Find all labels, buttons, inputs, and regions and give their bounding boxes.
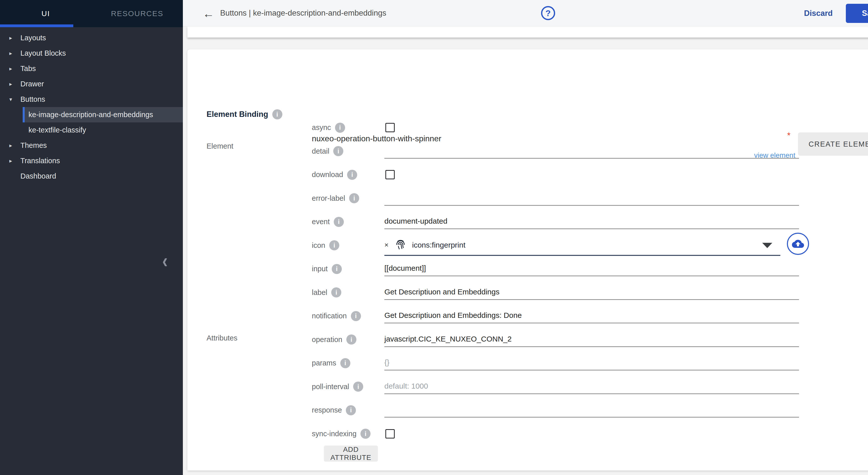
event-input[interactable]: document-updated <box>384 215 799 229</box>
sidebar-collapse-button[interactable]: ‹ <box>155 251 175 271</box>
field-value: [[document]] <box>384 264 426 273</box>
sidebar-item-drawer[interactable]: ▸Drawer <box>0 76 183 92</box>
field-control: Get Descriptiuon and Embeddings: Done <box>384 304 799 328</box>
sync-indexing-checkbox[interactable] <box>385 429 395 439</box>
sidebar-item-dashboard[interactable]: Dashboard <box>0 168 183 184</box>
info-icon[interactable]: i <box>332 264 342 274</box>
field-label-wrap: eventi <box>312 217 384 227</box>
field-value: Get Descriptiuon and Embeddings: Done <box>384 311 522 320</box>
caret-right-icon: ▸ <box>9 158 21 164</box>
field-control: default: 1000 <box>384 375 799 399</box>
field-row-icon: iconi×icons:fingerprint <box>312 234 799 257</box>
async-checkbox[interactable] <box>385 123 395 132</box>
params-input[interactable]: {} <box>384 356 799 371</box>
element-binding-card: Element Binding i Element nuxeo-operatio… <box>187 50 868 471</box>
field-value: {} <box>384 358 390 367</box>
field-label-response: response <box>312 406 342 414</box>
caret-down-icon[interactable] <box>762 243 772 248</box>
info-icon[interactable]: i <box>361 429 371 439</box>
element-group-label: Element <box>207 142 233 150</box>
info-icon[interactable]: i <box>333 146 343 156</box>
info-icon[interactable]: i <box>331 287 341 297</box>
sidebar-item-buttons[interactable]: ▾Buttons <box>0 92 183 107</box>
info-icon[interactable]: i <box>351 311 361 321</box>
sidebar-item-label: Buttons <box>21 95 45 103</box>
sidebar-item-layout-blocks[interactable]: ▸Layout Blocks <box>0 45 183 61</box>
info-icon[interactable]: i <box>346 335 356 345</box>
field-row-params: paramsi{} <box>312 351 799 375</box>
caret-down-icon: ▾ <box>9 96 21 103</box>
add-attribute-button[interactable]: ADD ATTRIBUTE <box>324 446 378 462</box>
field-label-operation: operation <box>312 336 342 344</box>
field-control <box>384 139 799 163</box>
info-icon[interactable]: i <box>353 382 363 392</box>
field-label-wrap: responsei <box>312 405 384 415</box>
info-icon[interactable]: i <box>346 405 356 415</box>
field-control <box>384 187 799 210</box>
tab-ui[interactable]: UI <box>0 0 91 27</box>
field-label-input: input <box>312 265 328 273</box>
download-checkbox[interactable] <box>385 170 395 179</box>
field-row-label: labeliGet Descriptiuon and Embeddings <box>312 281 799 305</box>
discard-button[interactable]: Discard <box>795 6 842 21</box>
label-input[interactable]: Get Descriptiuon and Embeddings <box>384 286 799 300</box>
field-row-error-label: error-labeli <box>312 187 799 210</box>
field-label-wrap: labeli <box>312 287 384 297</box>
caret-right-icon: ▸ <box>9 81 21 87</box>
save-button[interactable]: Save <box>846 4 868 23</box>
sidebar: UI RESOURCES ▸Layouts▸Layout Blocks▸Tabs… <box>0 0 183 475</box>
caret-right-icon: ▸ <box>9 35 21 41</box>
field-label-wrap: asynci <box>312 123 384 133</box>
attributes-group-label: Attributes <box>207 334 238 342</box>
caret-right-icon: ▸ <box>9 142 21 149</box>
field-label-wrap: downloadi <box>312 170 384 180</box>
info-icon[interactable]: i <box>340 358 350 368</box>
tab-resources[interactable]: RESOURCES <box>91 0 183 27</box>
poll-interval-input[interactable]: default: 1000 <box>384 380 799 394</box>
field-control <box>384 116 799 139</box>
question-circle-icon: ? <box>546 8 551 18</box>
field-label-async: async <box>312 123 331 132</box>
sidebar-item-layouts[interactable]: ▸Layouts <box>0 30 183 45</box>
sidebar-item-translations[interactable]: ▸Translations <box>0 153 183 168</box>
page-title: Buttons | ke-image-description-and-embed… <box>220 8 386 18</box>
response-input[interactable] <box>384 404 799 418</box>
create-element-button[interactable]: CREATE ELEMENT <box>798 132 868 156</box>
fingerprint-icon <box>395 239 412 252</box>
help-button[interactable]: ? <box>541 6 555 20</box>
field-label-error-label: error-label <box>312 194 345 202</box>
info-icon[interactable]: i <box>349 193 359 203</box>
field-label-wrap: iconi <box>312 240 384 250</box>
sidebar-item-label: Translations <box>21 157 60 165</box>
icon-picker[interactable]: ×icons:fingerprint <box>384 235 780 256</box>
sidebar-item-ke-textfile-classify[interactable]: ke-textfile-classify <box>23 122 183 138</box>
field-label-sync-indexing: sync-indexing <box>312 430 356 438</box>
operation-input[interactable]: javascript.CIC_KE_NUXEO_CONN_2 <box>384 333 799 347</box>
clear-icon[interactable]: × <box>384 241 395 249</box>
field-control: {} <box>384 351 799 375</box>
info-icon[interactable]: i <box>329 240 339 250</box>
info-icon[interactable]: i <box>334 217 344 227</box>
input-input[interactable]: [[document]] <box>384 262 799 276</box>
icon-value: icons:fingerprint <box>412 241 465 249</box>
section-title: Element Binding <box>207 110 268 119</box>
back-button[interactable]: ← <box>202 6 216 21</box>
info-icon[interactable]: i <box>272 109 282 119</box>
info-icon[interactable]: i <box>335 123 345 133</box>
field-label-wrap: operationi <box>312 335 384 345</box>
error-label-input[interactable] <box>384 192 799 206</box>
field-label-wrap: poll-intervali <box>312 382 384 392</box>
sidebar-item-label: ke-image-description-and-embeddings <box>28 110 153 119</box>
info-icon[interactable]: i <box>347 170 357 180</box>
sidebar-item-ke-image-description-and-embeddings[interactable]: ke-image-description-and-embeddings <box>23 107 183 122</box>
field-label-wrap: sync-indexingi <box>312 429 384 439</box>
upload-icon-button[interactable] <box>787 233 809 255</box>
detail-input[interactable] <box>384 145 799 159</box>
field-control <box>384 399 799 422</box>
sidebar-item-tabs[interactable]: ▸Tabs <box>0 61 183 76</box>
sidebar-item-themes[interactable]: ▸Themes <box>0 138 183 153</box>
sidebar-item-label: Themes <box>21 141 47 150</box>
field-row-async: asynci <box>312 116 799 139</box>
notification-input[interactable]: Get Descriptiuon and Embeddings: Done <box>384 309 799 323</box>
field-label-wrap: notificationi <box>312 311 384 321</box>
